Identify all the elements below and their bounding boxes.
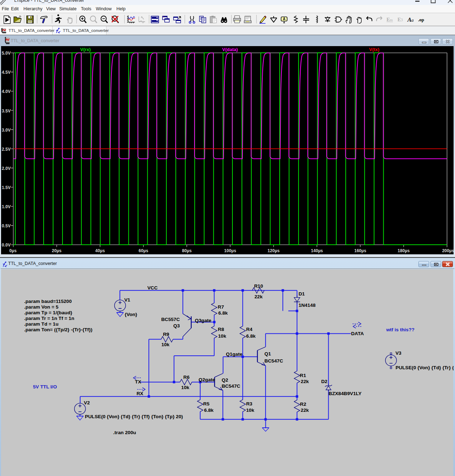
svg-text:120µs: 120µs [268, 248, 280, 253]
svg-text:{Von}: {Von} [125, 312, 137, 317]
svg-text:1N4148: 1N4148 [298, 303, 316, 308]
svg-text:22k: 22k [254, 294, 263, 299]
svg-text:Q1gate: Q1gate [226, 352, 243, 357]
svg-text:10k: 10k [218, 333, 226, 339]
svg-text:V(tx): V(tx) [369, 47, 379, 52]
svg-text:180µs: 180µs [398, 248, 410, 253]
svg-text:3: 3 [401, 17, 403, 22]
svg-text:RX: RX [137, 391, 143, 396]
svg-text:V2: V2 [84, 400, 90, 405]
svg-text:Q2: Q2 [222, 377, 229, 383]
svg-text:.param Von = 5: .param Von = 5 [24, 304, 59, 310]
svg-text:V(data): V(data) [222, 47, 238, 52]
svg-text:V3: V3 [395, 350, 401, 356]
svg-text:1.0V: 1.0V [2, 204, 11, 209]
svg-text:22k: 22k [301, 408, 309, 413]
svg-text:BC547C: BC547C [222, 383, 241, 389]
svg-text:4.0V: 4.0V [2, 89, 11, 94]
svg-text:Q3gate: Q3gate [195, 318, 212, 323]
svg-text:4.5V: 4.5V [2, 70, 11, 75]
svg-text:0µs: 0µs [9, 248, 17, 253]
svg-text:E: E [387, 17, 390, 22]
svg-text:60µs: 60µs [139, 248, 148, 253]
svg-text:m: m [390, 18, 393, 22]
svg-text:D2: D2 [321, 379, 328, 384]
svg-text:10k: 10k [161, 342, 170, 347]
svg-text:A: A [407, 16, 411, 23]
svg-text:5V TTL I/O: 5V TTL I/O [33, 384, 57, 389]
svg-text:160µs: 160µs [354, 248, 366, 253]
svg-text:6.8k: 6.8k [204, 408, 214, 413]
svg-text:40µs: 40µs [95, 248, 105, 253]
svg-text:3.5V: 3.5V [2, 109, 11, 114]
svg-text:R8: R8 [218, 327, 224, 332]
svg-text:V(rx): V(rx) [80, 47, 91, 52]
svg-text:3.0V: 3.0V [2, 128, 11, 133]
svg-text:TX: TX [135, 379, 141, 384]
svg-text:DATA: DATA [351, 331, 364, 336]
svg-text:.param baud=115200: .param baud=115200 [24, 299, 72, 304]
svg-text:wtf is this??: wtf is this?? [386, 327, 415, 332]
svg-text:10k: 10k [181, 385, 190, 390]
svg-text:R5: R5 [203, 401, 210, 406]
svg-text:R1: R1 [300, 373, 306, 378]
svg-text:0.0V: 0.0V [2, 243, 11, 248]
svg-text:2.0V: 2.0V [2, 166, 11, 171]
svg-text:PULSE(0 {Von} {Td} {Tr} {Tf} {: PULSE(0 {Von} {Td} {Tr} {Tf} {Ton} {Tp} … [85, 414, 183, 419]
svg-text:R7: R7 [218, 304, 224, 310]
svg-text:PULSE(0 {Von} {Td} {Tr} {: PULSE(0 {Von} {Td} {Tr} { [396, 365, 454, 371]
svg-text:22k: 22k [301, 379, 309, 384]
svg-text:BC557C: BC557C [161, 317, 180, 322]
svg-text:2.5V: 2.5V [2, 147, 11, 152]
svg-text:R2: R2 [300, 402, 306, 407]
svg-text:R10: R10 [254, 283, 263, 289]
svg-text:.param Ton= ({Tp/2} -{Tr}-{Tf}: .param Ton= ({Tp/2} -{Tr}-{Tf}) [24, 327, 92, 332]
svg-text:200µs: 200µs [442, 248, 454, 253]
svg-text:.param Tr = 1n Tf = 1n: .param Tr = 1n Tf = 1n [24, 316, 74, 321]
svg-text:.param Tp = 1/{baud}: .param Tp = 1/{baud} [24, 310, 72, 315]
svg-text:BZX84B9V1LY: BZX84B9V1LY [329, 391, 362, 396]
svg-text:0.5V: 0.5V [2, 223, 11, 228]
svg-text:R4: R4 [246, 327, 253, 332]
svg-text:100µs: 100µs [224, 248, 236, 253]
svg-text:5.0V: 5.0V [2, 51, 11, 56]
svg-text:Q3: Q3 [173, 323, 180, 328]
svg-text:A: A [283, 17, 285, 21]
svg-text:.op: .op [418, 17, 424, 22]
svg-text:a: a [411, 17, 414, 23]
svg-text:R6: R6 [183, 375, 190, 380]
svg-text:R9: R9 [163, 332, 169, 337]
svg-text:E: E [398, 17, 401, 22]
svg-text:Q1: Q1 [264, 351, 271, 356]
svg-text:140µs: 140µs [311, 248, 323, 253]
svg-text:BC547C: BC547C [264, 358, 283, 364]
svg-text:R3: R3 [246, 401, 252, 406]
svg-text:Q2gate: Q2gate [199, 377, 215, 382]
svg-text:20µs: 20µs [52, 248, 61, 253]
svg-text:10k: 10k [246, 408, 254, 413]
svg-text:VCC: VCC [147, 285, 158, 290]
svg-text:6.8k: 6.8k [246, 333, 256, 339]
svg-text:.tran 200u: .tran 200u [113, 430, 136, 435]
svg-text:D1: D1 [298, 291, 305, 297]
svg-text:1.5V: 1.5V [2, 185, 11, 190]
svg-text:6.8k: 6.8k [218, 310, 228, 316]
svg-text:80µs: 80µs [182, 248, 192, 253]
svg-text:.param Td = 1u: .param Td = 1u [24, 321, 59, 327]
svg-text:V1: V1 [124, 297, 130, 303]
